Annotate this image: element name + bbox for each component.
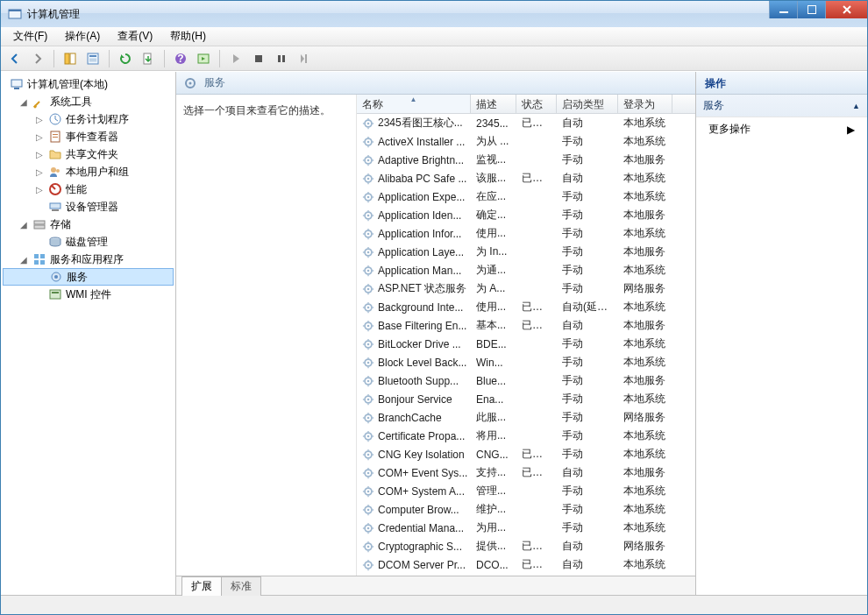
- svg-point-44: [367, 122, 370, 124]
- table-row[interactable]: Bonjour ServiceEna...手动本地系统: [357, 390, 695, 408]
- menu-view[interactable]: 查看(V): [110, 27, 160, 46]
- help-button[interactable]: ?: [170, 48, 191, 69]
- col-desc[interactable]: 描述: [471, 95, 516, 113]
- collapse-icon[interactable]: ◢: [18, 255, 29, 265]
- cell-logon: 本地系统: [618, 557, 672, 572]
- col-name[interactable]: ▲名称: [357, 95, 471, 113]
- tree-pane[interactable]: 计算机管理(本地) ◢ 系统工具 ▷ 任务计划程序 ▷ 事件查看器 ▷ 共享文件…: [1, 72, 176, 595]
- menu-file[interactable]: 文件(F): [6, 27, 54, 46]
- back-button[interactable]: [4, 48, 25, 69]
- forward-button[interactable]: [27, 48, 48, 69]
- svg-rect-17: [305, 54, 307, 63]
- cell-desc: 为 A...: [471, 281, 516, 296]
- table-row[interactable]: Base Filtering En...基本...已启动自动本地服务: [357, 316, 695, 335]
- export-button[interactable]: [138, 48, 159, 69]
- cell-name: CNG Key Isolation: [357, 449, 471, 461]
- table-row[interactable]: ActiveX Installer ...为从 ...手动本地系统: [357, 132, 695, 151]
- table-row[interactable]: Credential Mana...为用...手动本地系统: [357, 519, 695, 537]
- table-row[interactable]: DCOM Server Pr...DCO...已启动自动本地系统: [357, 555, 695, 574]
- tree-system-tools[interactable]: ◢ 系统工具: [3, 93, 174, 110]
- tree-shared-folders[interactable]: ▷ 共享文件夹: [3, 145, 174, 163]
- col-logon[interactable]: 登录为: [618, 95, 672, 113]
- tree-services[interactable]: 服务: [3, 268, 174, 286]
- table-row[interactable]: BitLocker Drive ...BDE...手动本地系统: [357, 335, 695, 353]
- cell-logon: 网络服务: [618, 539, 672, 554]
- tree-services-apps[interactable]: ◢ 服务和应用程序: [3, 251, 174, 268]
- tree-device-manager[interactable]: 设备管理器: [3, 198, 174, 216]
- svg-rect-2: [779, 11, 788, 13]
- actions-more[interactable]: 更多操作 ▶: [696, 117, 867, 141]
- svg-rect-19: [14, 88, 19, 89]
- menu-action[interactable]: 操作(A): [58, 27, 107, 46]
- refresh-button[interactable]: [115, 48, 136, 69]
- collapse-icon[interactable]: ◢: [18, 220, 29, 230]
- tree-root[interactable]: 计算机管理(本地): [3, 75, 174, 93]
- cell-desc: 支持...: [471, 465, 516, 480]
- tree-wmi[interactable]: WMI 控件: [3, 286, 174, 303]
- table-row[interactable]: Alibaba PC Safe ...该服...已启动自动本地系统: [357, 169, 695, 187]
- stop-service-button[interactable]: [248, 48, 269, 69]
- tree-event-viewer[interactable]: ▷ 事件查看器: [3, 128, 174, 145]
- table-row[interactable]: Bluetooth Supp...Blue...手动本地服务: [357, 371, 695, 390]
- tree-task-scheduler[interactable]: ▷ 任务计划程序: [3, 110, 174, 128]
- tree-storage[interactable]: ◢ 存储: [3, 216, 174, 233]
- col-status[interactable]: 状态: [516, 95, 557, 113]
- restart-service-button[interactable]: [294, 48, 315, 69]
- close-button[interactable]: [825, 1, 867, 18]
- cell-logon: 本地服务: [618, 244, 672, 259]
- svg-point-164: [367, 490, 370, 492]
- cell-name: BranchCache: [357, 412, 471, 424]
- tree-performance[interactable]: ▷ 性能: [3, 180, 174, 198]
- cell-start: 自动(延迟...: [557, 300, 618, 315]
- tree-local-users[interactable]: ▷ 本地用户和组: [3, 163, 174, 180]
- cell-desc: 为用...: [471, 520, 516, 535]
- properties-button[interactable]: [82, 48, 103, 69]
- pause-service-button[interactable]: [271, 48, 292, 69]
- col-start[interactable]: 启动类型: [557, 95, 618, 113]
- table-row[interactable]: Cryptographic S...提供...已启动自动网络服务: [357, 537, 695, 555]
- expand-icon[interactable]: ▷: [34, 185, 45, 194]
- tab-standard[interactable]: 标准: [221, 576, 261, 596]
- table-row[interactable]: Background Inte...使用...已启动自动(延迟...本地系统: [357, 298, 695, 316]
- cell-start: 自动: [557, 539, 618, 554]
- cell-name: 2345看图王核心...: [357, 116, 471, 131]
- menubar: 文件(F) 操作(A) 查看(V) 帮助(H): [1, 27, 867, 46]
- collapse-icon[interactable]: ▲: [852, 102, 860, 110]
- cell-logon: 本地系统: [618, 355, 672, 370]
- cell-desc: BDE...: [471, 338, 516, 350]
- table-row[interactable]: COM+ System A...管理...手动本地系统: [357, 482, 695, 500]
- cell-start: 手动: [557, 336, 618, 351]
- table-row[interactable]: Adaptive Brightn...监视...手动本地服务: [357, 151, 695, 169]
- table-row[interactable]: Application Iden...确定...手动本地服务: [357, 206, 695, 224]
- menu-help[interactable]: 帮助(H): [163, 27, 213, 46]
- table-row[interactable]: Certificate Propa...将用...手动本地系统: [357, 427, 695, 445]
- expand-icon[interactable]: ▷: [34, 150, 45, 159]
- maximize-button[interactable]: [797, 1, 825, 18]
- cell-desc: 为通...: [471, 263, 516, 278]
- tree-disk-management[interactable]: 磁盘管理: [3, 233, 174, 251]
- table-row[interactable]: Block Level Back...Win...手动本地系统: [357, 353, 695, 371]
- tab-extended[interactable]: 扩展: [181, 576, 222, 596]
- expand-icon[interactable]: ▷: [34, 115, 45, 124]
- table-row[interactable]: Application Expe...在应...手动本地系统: [357, 187, 695, 206]
- table-row[interactable]: BranchCache此服...手动网络服务: [357, 408, 695, 427]
- minimize-button[interactable]: [769, 1, 797, 18]
- actions-section[interactable]: 服务 ▲: [696, 95, 867, 117]
- start-service-button[interactable]: [225, 48, 246, 69]
- table-row[interactable]: Computer Brow...维护...手动本地系统: [357, 500, 695, 519]
- table-row[interactable]: CNG Key IsolationCNG...已启动手动本地系统: [357, 445, 695, 463]
- show-hide-tree-button[interactable]: [60, 48, 81, 69]
- list-body[interactable]: 2345看图王核心...2345...已启动自动本地系统ActiveX Inst…: [357, 114, 695, 576]
- expand-icon[interactable]: ▷: [34, 167, 45, 177]
- table-row[interactable]: Application Infor...使用...手动本地系统: [357, 224, 695, 243]
- table-row[interactable]: 2345看图王核心...2345...已启动自动本地系统: [357, 114, 695, 132]
- action-button[interactable]: [193, 48, 214, 69]
- table-row[interactable]: COM+ Event Sys...支持...已启动自动本地服务: [357, 463, 695, 482]
- titlebar[interactable]: 计算机管理: [1, 1, 867, 27]
- table-row[interactable]: ASP.NET 状态服务为 A...手动网络服务: [357, 279, 695, 298]
- tabs-footer: 扩展 标准: [176, 576, 695, 595]
- expand-icon[interactable]: ▷: [34, 132, 45, 142]
- collapse-icon[interactable]: ◢: [18, 97, 29, 107]
- table-row[interactable]: Application Laye...为 In...手动本地服务: [357, 243, 695, 261]
- table-row[interactable]: Application Man...为通...手动本地系统: [357, 261, 695, 279]
